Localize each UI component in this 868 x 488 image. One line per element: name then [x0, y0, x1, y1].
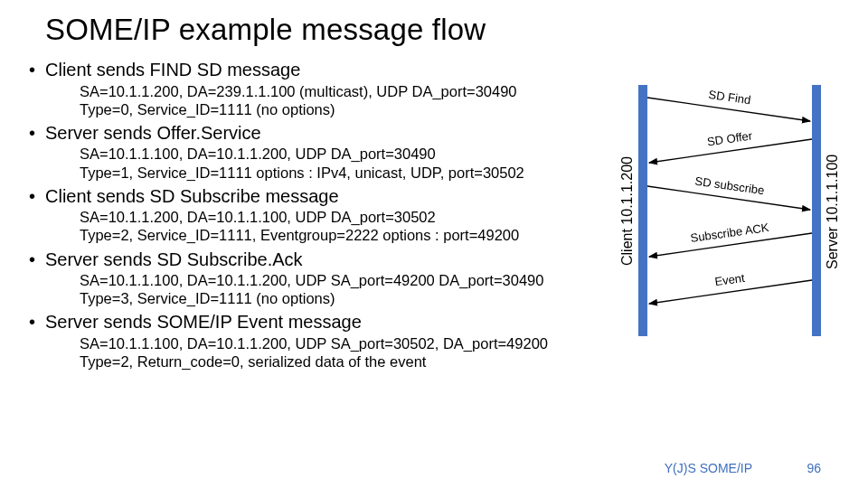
bullet-sub: SA=10.1.1.200, DA=10.1.1.100, UDP DA_por…	[80, 208, 615, 244]
arrow-sd-find: SD Find	[647, 96, 812, 114]
svg-line-0	[647, 98, 810, 121]
bullet-sub: SA=10.1.1.100, DA=10.1.1.200, UDP DA_por…	[80, 145, 615, 181]
svg-line-3	[649, 233, 812, 257]
bullet-heading: Server sends Offer.Service	[45, 123, 261, 145]
bullet-heading: Client sends FIND SD message	[45, 60, 300, 81]
bullet-sub: SA=10.1.1.100, DA=10.1.1.200, UDP SA_por…	[80, 271, 615, 307]
client-lifeline	[638, 85, 647, 336]
svg-line-1	[649, 139, 812, 163]
bullet-heading: Client sends SD Subscribe message	[45, 186, 339, 208]
bullet-list: •Client sends FIND SD message SA=10.1.1.…	[45, 60, 615, 371]
bullet-sub: SA=10.1.1.100, DA=10.1.1.200, UDP SA_por…	[80, 334, 615, 371]
server-lifeline	[812, 85, 821, 336]
server-label: Server 10.1.1.100	[825, 139, 841, 284]
bullet-sub: SA=10.1.1.200, DA=239.1.1.100 (multicast…	[80, 82, 615, 118]
page-number: 96	[807, 461, 821, 475]
bullet-heading: Server sends SD Subscribe.Ack	[45, 249, 303, 271]
arrow-sd-offer: SD Offer	[647, 137, 812, 155]
sequence-diagram: Client 10.1.1.200 Server 10.1.1.100 SD F…	[611, 85, 825, 336]
bullet-heading: Server sends SOME/IP Event message	[45, 312, 362, 333]
arrow-subscribe-ack: Subscribe ACK	[647, 231, 812, 249]
arrow-event: Event	[647, 278, 812, 296]
footer-text: Y(J)S SOME/IP	[665, 461, 752, 475]
client-label: Client 10.1.1.200	[619, 139, 636, 284]
svg-line-4	[649, 280, 812, 304]
svg-line-2	[647, 186, 810, 210]
slide-title: SOME/IP example message flow	[45, 13, 846, 47]
arrow-sd-subscribe: SD subscribe	[647, 184, 812, 202]
